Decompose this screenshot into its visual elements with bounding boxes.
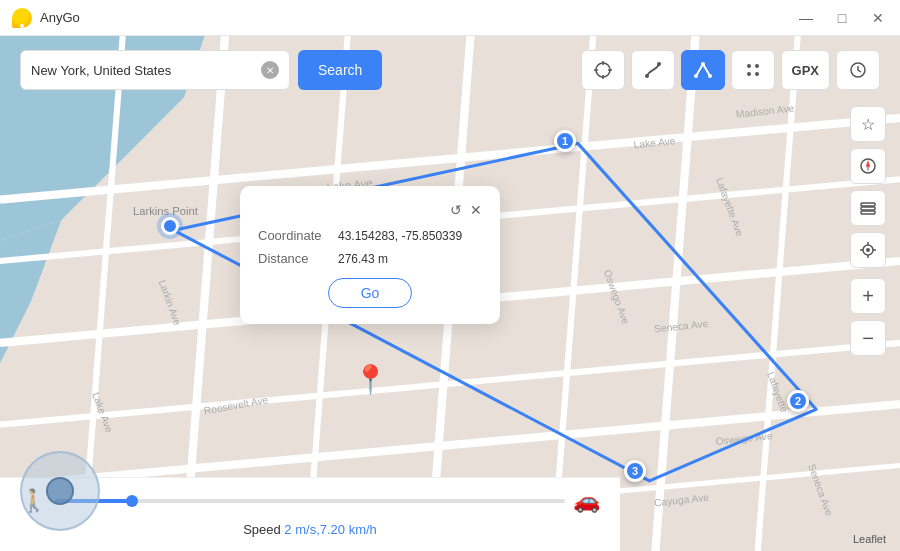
rc-compass[interactable] — [850, 148, 886, 184]
destination-pin[interactable]: 📍 — [353, 363, 388, 396]
svg-point-45 — [755, 72, 759, 76]
info-card: ↺ ✕ Coordinate 43.154283, -75.850339 Dis… — [240, 186, 500, 324]
speed-text: Speed 2 m/s,7.20 km/h — [20, 522, 600, 537]
svg-rect-52 — [861, 211, 875, 214]
tool-jump[interactable] — [731, 50, 775, 90]
speed-slider-track[interactable] — [55, 499, 565, 503]
maximize-button[interactable]: □ — [828, 4, 856, 32]
coordinate-value: 43.154283, -75.850339 — [338, 229, 462, 243]
close-button[interactable]: ✕ — [864, 4, 892, 32]
right-controls: ☆ + − — [850, 106, 886, 356]
rc-locate[interactable] — [850, 232, 886, 268]
toolbar-right: GPX — [581, 50, 880, 90]
waypoint-3[interactable]: 3 — [624, 460, 646, 482]
search-box: ✕ — [20, 50, 290, 90]
svg-rect-51 — [861, 207, 875, 210]
distance-value: 276.43 m — [338, 252, 388, 266]
app-logo — [12, 8, 32, 28]
tool-single-route[interactable] — [631, 50, 675, 90]
rc-star[interactable]: ☆ — [850, 106, 886, 142]
waypoint-2[interactable]: 2 — [787, 390, 809, 412]
joystick[interactable] — [20, 451, 100, 531]
search-clear-button[interactable]: ✕ — [261, 61, 279, 79]
rc-layers[interactable] — [850, 190, 886, 226]
distance-label: Distance — [258, 251, 338, 266]
svg-point-54 — [866, 248, 870, 252]
current-location-dot — [161, 217, 179, 235]
info-card-header: ↺ ✕ — [258, 202, 482, 218]
minimize-button[interactable]: — — [792, 4, 820, 32]
search-button[interactable]: Search — [298, 50, 382, 90]
tool-multi-route[interactable] — [681, 50, 725, 90]
info-card-close[interactable]: ✕ — [470, 202, 482, 218]
svg-point-40 — [701, 62, 705, 66]
car-icon: 🚗 — [573, 488, 600, 514]
svg-point-44 — [747, 72, 751, 76]
svg-point-42 — [747, 64, 751, 68]
svg-point-37 — [645, 74, 649, 78]
tool-history[interactable] — [836, 50, 880, 90]
svg-point-43 — [755, 64, 759, 68]
speed-label: Speed — [243, 522, 281, 537]
distance-row: Distance 276.43 m — [258, 251, 482, 266]
coordinate-label: Coordinate — [258, 228, 338, 243]
tool-crosshair[interactable] — [581, 50, 625, 90]
search-input[interactable] — [31, 63, 261, 78]
window-controls: — □ ✕ — [792, 4, 892, 32]
rc-zoom-in[interactable]: + — [850, 278, 886, 314]
go-button[interactable]: Go — [328, 278, 413, 308]
tool-gpx[interactable]: GPX — [781, 50, 830, 90]
main-area: Lake Ave Lake Ave Madison Ave Lafayette … — [0, 36, 900, 551]
speed-value: 2 m/s,7.20 km/h — [284, 522, 376, 537]
svg-rect-50 — [861, 203, 875, 206]
rc-zoom-out[interactable]: − — [850, 320, 886, 356]
speed-slider-thumb — [126, 495, 138, 507]
svg-point-41 — [708, 74, 712, 78]
leaflet-badge: Leaflet — [853, 533, 886, 545]
titlebar: AnyGo — □ ✕ — [0, 0, 900, 36]
toolbar: ✕ Search GPX — [20, 50, 880, 90]
joystick-inner — [46, 477, 74, 505]
speed-controls: 🚶 🚗 — [20, 488, 600, 514]
svg-point-38 — [657, 62, 661, 66]
app-title: AnyGo — [40, 10, 80, 25]
waypoint-1[interactable]: 1 — [554, 130, 576, 152]
coordinate-row: Coordinate 43.154283, -75.850339 — [258, 228, 482, 243]
undo-icon[interactable]: ↺ — [450, 202, 462, 218]
svg-point-32 — [596, 63, 610, 77]
svg-point-39 — [694, 74, 698, 78]
